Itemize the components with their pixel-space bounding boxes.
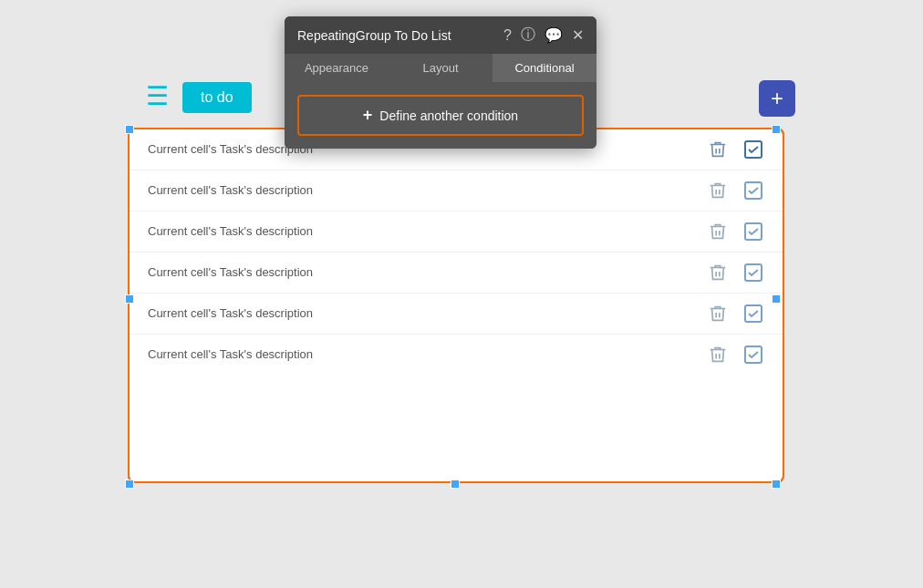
delete-icon[interactable] <box>708 222 728 242</box>
row-actions <box>708 344 764 366</box>
complete-icon[interactable] <box>742 221 764 242</box>
task-description: Current cell's Task's description <box>148 346 708 363</box>
delete-icon[interactable] <box>708 304 728 324</box>
define-condition-label: Define another condition <box>379 108 518 123</box>
settings-popup: RepeatingGroup To Do List ? ⓘ 💬 ✕ Appear… <box>285 16 596 149</box>
help-icon[interactable]: ? <box>503 27 512 44</box>
task-description: Current cell's Task's description <box>148 182 708 199</box>
delete-icon[interactable] <box>708 181 728 201</box>
table-row: Current cell's Task's description <box>130 335 783 375</box>
todo-button-label: to do <box>201 89 233 105</box>
complete-icon[interactable] <box>742 180 764 201</box>
sidebar-list-icon: ☰ <box>146 84 169 109</box>
info-icon[interactable]: ⓘ <box>521 26 535 45</box>
complete-icon[interactable] <box>742 139 764 160</box>
delete-icon[interactable] <box>708 263 728 283</box>
resize-handle-bl[interactable] <box>125 480 134 489</box>
resize-handle-tr[interactable] <box>772 125 781 134</box>
popup-title: RepeatingGroup To Do List <box>297 28 451 43</box>
popup-header: RepeatingGroup To Do List ? ⓘ 💬 ✕ <box>285 16 596 54</box>
resize-handle-ml[interactable] <box>125 294 134 304</box>
add-element-button[interactable]: + <box>759 80 795 117</box>
complete-icon[interactable] <box>742 303 764 325</box>
complete-icon[interactable] <box>742 262 764 284</box>
comment-icon[interactable]: 💬 <box>544 26 563 44</box>
complete-icon[interactable] <box>742 344 764 366</box>
delete-icon[interactable] <box>708 345 728 365</box>
plus-icon: + <box>363 106 373 125</box>
resize-handle-bc[interactable] <box>451 480 460 489</box>
todo-button[interactable]: to do <box>182 82 252 113</box>
tab-conditional[interactable]: Conditional <box>493 54 596 82</box>
close-icon[interactable]: ✕ <box>572 26 584 44</box>
row-actions <box>708 303 764 325</box>
tab-layout[interactable]: Layout <box>389 54 493 82</box>
resize-handle-br[interactable] <box>772 480 781 489</box>
delete-icon[interactable] <box>708 139 728 160</box>
repeating-group: Current cell's Task's description Curren… <box>128 128 784 483</box>
task-description: Current cell's Task's description <box>148 264 708 281</box>
tab-appearance[interactable]: Appearance <box>285 54 389 82</box>
row-actions <box>708 221 764 242</box>
row-actions <box>708 262 764 284</box>
popup-tabs: Appearance Layout Conditional <box>285 54 596 82</box>
table-row: Current cell's Task's description <box>130 294 783 335</box>
task-description: Current cell's Task's description <box>148 305 708 322</box>
task-description: Current cell's Task's description <box>148 223 708 240</box>
table-row: Current cell's Task's description <box>130 253 783 294</box>
add-icon: + <box>771 86 783 111</box>
resize-handle-tl[interactable] <box>125 125 134 134</box>
table-row: Current cell's Task's description <box>130 211 783 253</box>
popup-body: + Define another condition <box>285 82 596 149</box>
define-condition-button[interactable]: + Define another condition <box>297 95 584 136</box>
row-actions <box>708 180 764 201</box>
row-actions <box>708 139 764 160</box>
resize-handle-mr[interactable] <box>772 294 781 304</box>
popup-header-actions: ? ⓘ 💬 ✕ <box>503 26 584 45</box>
table-row: Current cell's Task's description <box>130 170 783 211</box>
